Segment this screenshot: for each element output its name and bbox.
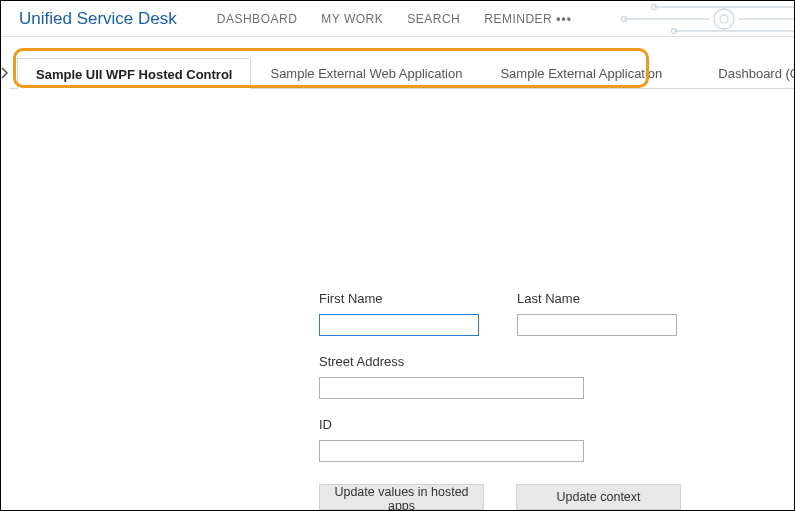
nav-search[interactable]: SEARCH <box>407 12 460 26</box>
first-name-label: First Name <box>319 291 479 306</box>
form-area: First Name Last Name Street Address ID <box>319 291 781 510</box>
app-header: Unified Service Desk DASHBOARD MY WORK S… <box>1 1 794 37</box>
street-address-input[interactable] <box>319 377 584 399</box>
first-name-input[interactable] <box>319 314 479 336</box>
update-hosted-apps-button[interactable]: Update values in hosted apps <box>319 484 484 510</box>
body-area: Sample UII WPF Hosted Control Sample Ext… <box>1 37 794 511</box>
nav-reminder[interactable]: REMINDER ••• <box>484 12 572 26</box>
last-name-label: Last Name <box>517 291 677 306</box>
update-context-button[interactable]: Update context <box>516 484 681 510</box>
svg-point-0 <box>714 9 734 29</box>
sidebar-expander-column <box>1 37 9 511</box>
tab-sample-uii-wpf[interactable]: Sample UII WPF Hosted Control <box>17 58 251 89</box>
street-address-label: Street Address <box>319 354 584 369</box>
top-nav: DASHBOARD MY WORK SEARCH REMINDER ••• <box>217 12 572 26</box>
tab-sample-external-app[interactable]: Sample External Application <box>481 58 681 88</box>
last-name-input[interactable] <box>517 314 677 336</box>
tab-sample-external-web[interactable]: Sample External Web Application <box>251 58 481 88</box>
app-title: Unified Service Desk <box>19 9 177 29</box>
id-label: ID <box>319 417 584 432</box>
nav-dashboard[interactable]: DASHBOARD <box>217 12 298 26</box>
header-decoration <box>614 1 794 37</box>
nav-my-work[interactable]: MY WORK <box>321 12 383 26</box>
nav-reminder-label: REMINDER <box>484 12 552 26</box>
tab-bar: Sample UII WPF Hosted Control Sample Ext… <box>9 37 795 89</box>
svg-point-1 <box>720 15 728 23</box>
tab-dashboard-global[interactable]: Dashboard (Global) <box>699 58 795 88</box>
id-input[interactable] <box>319 440 584 462</box>
main-column: Sample UII WPF Hosted Control Sample Ext… <box>9 37 795 511</box>
expand-sidebar-icon[interactable] <box>1 67 9 82</box>
more-dots-icon: ••• <box>556 12 572 26</box>
